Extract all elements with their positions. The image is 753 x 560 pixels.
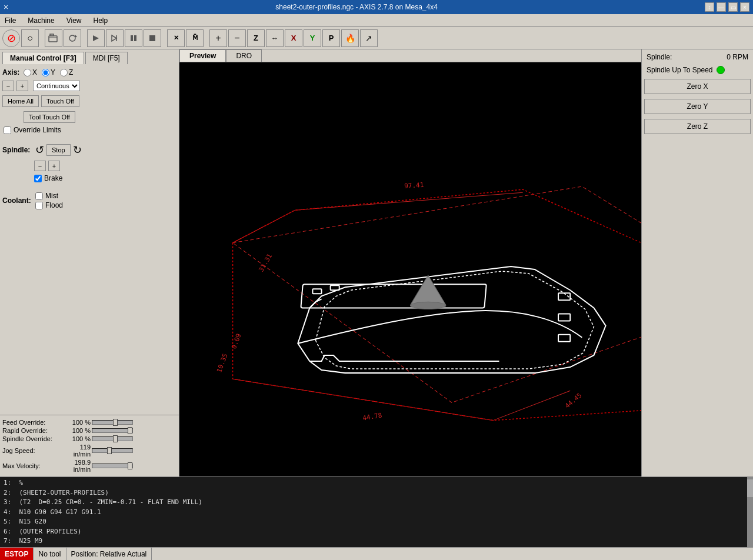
touch-off-button[interactable]: ✕	[167, 29, 185, 47]
flood-checkbox[interactable]	[35, 202, 43, 209]
jog-speed-value: 119 in/min	[67, 444, 91, 458]
brake-label: Brake	[44, 174, 62, 182]
right-panel: Spindle: 0 RPM Spindle Up To Speed Zero …	[641, 49, 753, 476]
stop-button[interactable]	[144, 29, 161, 47]
titlebar: × sheet2-outer-profiles.ngc - AXIS 2.7.8…	[0, 0, 753, 14]
open-button[interactable]	[45, 29, 62, 47]
spindle-speed-minus[interactable]: −	[34, 161, 46, 171]
jog-minus-button[interactable]: −	[2, 81, 14, 91]
gcode-line-2: 2: (SHEET2-OUTER-PROFILES)	[4, 488, 749, 498]
arrow-button[interactable]: ↗	[360, 29, 378, 47]
tab-preview[interactable]: Preview	[179, 49, 226, 62]
jog-mode-select[interactable]: Continuous	[33, 81, 80, 91]
titlebar-arrow-icon[interactable]: ↕	[705, 2, 714, 12]
rapid-override-label: Rapid Override:	[2, 427, 67, 434]
svg-rect-0	[49, 36, 57, 42]
spindle-override-value: 100 %	[67, 435, 91, 442]
spindle-up-to-speed: Spindle Up To Speed	[644, 65, 751, 75]
gcode-line-6: 6: (OUTER PROFILES)	[4, 527, 749, 537]
jog-speed-slider[interactable]	[92, 448, 133, 453]
override-limits-checkbox[interactable]	[4, 126, 11, 134]
home-all-button[interactable]: Home All	[2, 95, 39, 107]
gcode-scroll-thumb[interactable]	[747, 479, 753, 497]
statusbar: ESTOP No tool Position: Relative Actual	[0, 547, 753, 560]
menu-file[interactable]: File	[2, 15, 18, 26]
rapid-override-slider[interactable]	[92, 428, 133, 433]
titlebar-close-icon[interactable]: ×	[740, 2, 749, 12]
svg-rect-1	[50, 34, 54, 36]
zoom-in-button[interactable]: +	[209, 29, 227, 47]
run-from-here-button[interactable]	[106, 29, 124, 47]
spindle-speed-plus[interactable]: +	[48, 161, 60, 171]
max-velocity-value: 198.9 in/min	[67, 459, 91, 473]
titlebar-controls: ↕ — ▭ ×	[705, 2, 749, 12]
svg-rect-6	[131, 35, 133, 41]
max-velocity-slider[interactable]	[92, 464, 133, 468]
svg-rect-7	[134, 35, 136, 41]
reload-button[interactable]	[64, 29, 81, 47]
gcode-line-1: 1: %	[4, 478, 749, 488]
spindle-up-led	[717, 66, 725, 74]
zoom-out-button[interactable]: −	[228, 29, 246, 47]
titlebar-minimize-icon[interactable]: —	[717, 2, 726, 12]
mdi-button[interactable]: M̄	[186, 29, 204, 47]
menu-view[interactable]: View	[64, 15, 84, 26]
axis-z-radio[interactable]: Z	[60, 68, 73, 76]
max-velocity-label: Max Velocity:	[2, 462, 67, 469]
flood-label: Flood	[45, 201, 63, 209]
touch-off-btn[interactable]: Touch Off	[41, 95, 79, 107]
titlebar-maximize-icon[interactable]: ▭	[728, 2, 738, 12]
titlebar-icon: ×	[4, 2, 8, 12]
flip-x-button[interactable]: ↔	[266, 29, 284, 47]
axis-x-button[interactable]: X	[285, 29, 302, 47]
laser-button[interactable]: 🔥	[341, 29, 359, 47]
svg-marker-4	[112, 35, 116, 41]
zero-x-button[interactable]: Zero X	[644, 79, 751, 94]
svg-marker-3	[93, 35, 99, 41]
svg-point-28	[411, 302, 446, 309]
tab-mdi[interactable]: MDI [F5]	[85, 52, 128, 64]
estop-status: ESTOP	[0, 548, 34, 560]
spindle-stop-button[interactable]: Stop	[46, 144, 71, 156]
spindle-label: Spindle:	[2, 146, 33, 154]
menubar: File Machine View Help	[0, 14, 753, 27]
zero-z-button[interactable]: Zero Z	[644, 119, 751, 134]
axis-label: Axis:	[2, 68, 21, 76]
spindle-override-slider[interactable]	[92, 436, 133, 441]
gcode-line-3: 3: (T2 D=0.25 CR=0. - ZMIN=-0.71 - FLAT …	[4, 498, 749, 508]
preview-svg: 97.41 31.31 0.09 10.35 44.78 44.45	[179, 62, 641, 476]
left-panel: Manual Control [F3] MDI [F5] Axis: X Y	[0, 49, 179, 415]
gcode-line-8: 8: N35 S20000 M3	[4, 546, 749, 548]
coolant-label: Coolant:	[2, 196, 33, 205]
mist-checkbox[interactable]	[35, 192, 43, 200]
gcode-panel: 1: % 2: (SHEET2-OUTER-PROFILES) 3: (T2 D…	[0, 476, 753, 547]
power-button[interactable]: ○	[21, 29, 39, 47]
tab-bar: Manual Control [F3] MDI [F5]	[2, 52, 176, 64]
feed-override-slider[interactable]	[92, 420, 133, 425]
tab-dro[interactable]: DRO	[226, 49, 262, 62]
spindle-up-label-text: Spindle Up To Speed	[647, 66, 713, 74]
axis-x-radio[interactable]: X	[24, 68, 37, 76]
tool-touch-off-button[interactable]: Tool Touch Off	[24, 111, 75, 123]
gcode-scrollbar[interactable]	[747, 477, 753, 547]
spindle-override-label: Spindle Override:	[2, 435, 67, 442]
axis-y-button[interactable]: Y	[304, 29, 321, 47]
zero-z-button[interactable]: Z	[247, 29, 265, 47]
gcode-line-7: 7: N25 M9	[4, 536, 749, 546]
pause-button[interactable]	[125, 29, 142, 47]
gcode-line-5: 5: N15 G20	[4, 517, 749, 527]
brake-checkbox[interactable]	[34, 175, 42, 182]
zero-y-button[interactable]: Zero Y	[644, 99, 751, 114]
run-button[interactable]	[87, 29, 105, 47]
jog-plus-button[interactable]: +	[16, 81, 28, 91]
right-spindle-rpm: 0 RPM	[727, 53, 748, 61]
axis-y-radio[interactable]: Y	[42, 68, 55, 76]
mist-label: Mist	[45, 192, 58, 200]
axis-p-button[interactable]: P	[322, 29, 340, 47]
menu-machine[interactable]: Machine	[25, 15, 56, 26]
menu-help[interactable]: Help	[91, 15, 111, 26]
tab-manual-control[interactable]: Manual Control [F3]	[2, 52, 84, 64]
feed-override-label: Feed Override:	[2, 419, 67, 426]
estop-button[interactable]: ⊘	[2, 29, 20, 47]
gcode-line-4: 4: N10 G90 G94 G17 G91.1	[4, 508, 749, 518]
